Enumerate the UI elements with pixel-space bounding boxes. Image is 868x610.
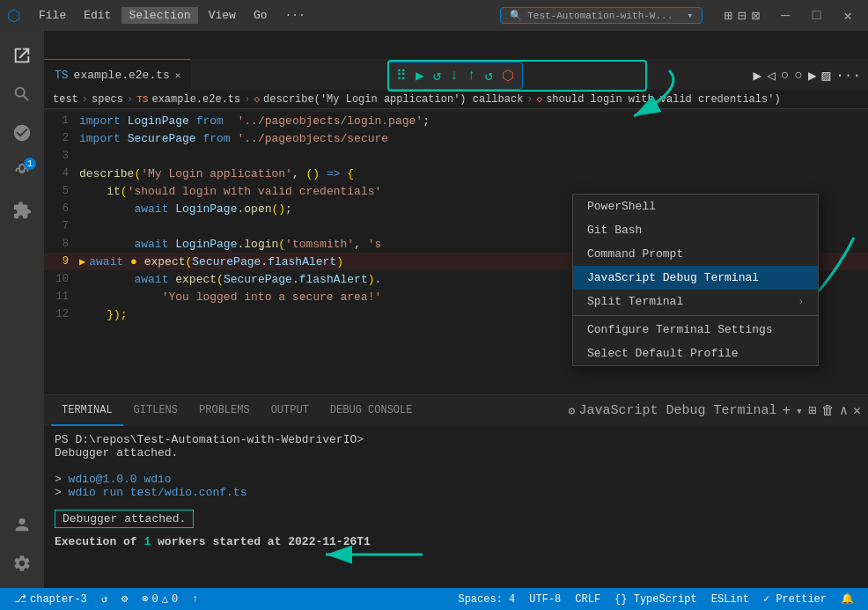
close-btn[interactable]: ✕ xyxy=(835,7,861,25)
menu-more[interactable]: ··· xyxy=(277,7,312,24)
run-circle-btn-2[interactable]: ○ xyxy=(794,68,803,84)
active-tab[interactable]: TS example.e2e.ts ✕ xyxy=(44,59,191,90)
gear-icon-small: ⚙ xyxy=(569,404,576,418)
tab-debug-console[interactable]: DEBUG CONSOLE xyxy=(320,395,423,426)
bc-filename[interactable]: example.e2e.ts xyxy=(151,93,240,106)
debug-grid-icon[interactable]: ⠿ xyxy=(394,67,409,85)
terminal-execution-line: Execution of 1 workers started at 2022-1… xyxy=(55,535,857,548)
bc-it-icon: ◇ xyxy=(537,93,543,105)
debug-continue-btn[interactable]: ▶ xyxy=(413,67,427,85)
activity-account[interactable] xyxy=(4,507,40,542)
layout-icon-2[interactable]: ⊟ xyxy=(738,7,747,25)
tab-close-icon[interactable]: ✕ xyxy=(175,70,181,81)
restore-btn[interactable]: □ xyxy=(804,8,830,24)
debug-step-over-btn[interactable]: ↓ xyxy=(447,68,461,84)
menu-edit[interactable]: Edit xyxy=(77,7,118,24)
bc-describe[interactable]: describe('My Login application') callbac… xyxy=(263,93,523,106)
warning-count: 0 xyxy=(172,593,178,606)
status-notification[interactable]: 🔔 xyxy=(834,588,861,610)
menu-powershell[interactable]: PowerShell xyxy=(573,195,818,218)
terminal-add-btn[interactable]: + xyxy=(782,403,791,419)
branch-name: chapter-3 xyxy=(30,593,87,606)
activity-bottom xyxy=(4,507,40,581)
status-eol[interactable]: CRLF xyxy=(568,588,607,610)
terminal-line-2: Debugger attached. xyxy=(55,446,857,459)
bc-ts-icon: TS xyxy=(136,94,148,105)
status-sync[interactable]: ↺ xyxy=(94,588,114,610)
run-layout-btn[interactable]: ▨ xyxy=(822,67,831,85)
status-spaces[interactable]: Spaces: 4 xyxy=(451,588,522,610)
run-back-btn[interactable]: ◁ xyxy=(767,67,776,85)
status-gear[interactable]: ⚙ xyxy=(114,588,135,610)
error-icon: ⊗ xyxy=(142,592,148,606)
menu-js-debug-terminal[interactable]: JavaScript Debug Terminal xyxy=(573,266,818,290)
status-branch[interactable]: ⎇ chapter-3 xyxy=(7,588,94,610)
terminal-tab-right: ⚙ JavaScript Debug Terminal + ▾ ⊞ 🗑 ∧ ✕ xyxy=(569,402,861,419)
terminal-dropdown-btn[interactable]: ▾ xyxy=(796,404,803,418)
terminal-line-5: > wdio run test/wdio.conf.ts xyxy=(55,486,857,499)
activity-extensions[interactable] xyxy=(4,193,40,228)
status-encoding[interactable]: UTF-8 xyxy=(522,588,568,610)
dropdown-arrow: ▾ xyxy=(688,10,694,21)
activity-git[interactable] xyxy=(4,115,40,151)
terminal-split-btn[interactable]: ⊞ xyxy=(808,402,816,419)
status-upload[interactable]: ↑ xyxy=(185,588,205,610)
terminal-trash-btn[interactable]: 🗑 xyxy=(821,403,835,419)
run-play-btn[interactable]: ▶ xyxy=(753,67,761,85)
debug-run-toolbar: ▶ ◁ ○ ○ ▶ ▨ ··· xyxy=(746,62,868,90)
terminal-chevron-up[interactable]: ∧ xyxy=(840,402,848,419)
bc-it[interactable]: should login with valid credentials') xyxy=(546,93,780,106)
layout-icon-1[interactable]: ⊞ xyxy=(724,7,732,25)
activity-search[interactable] xyxy=(4,77,40,112)
debug-step-back-btn[interactable]: ↺ xyxy=(482,67,497,85)
status-eslint[interactable]: ESLint xyxy=(704,588,756,610)
title-search[interactable]: 🔍 Test-Automation-with-W... ▾ xyxy=(500,7,702,24)
tab-gitlens[interactable]: GITLENS xyxy=(123,395,188,426)
status-language[interactable]: {} TypeScript xyxy=(607,588,704,610)
menu-go[interactable]: Go xyxy=(246,7,275,24)
terminal-debugger-box: Debugger attached. xyxy=(55,504,857,528)
tab-terminal[interactable]: TERMINAL xyxy=(51,395,123,426)
notification-icon: 🔔 xyxy=(841,592,854,606)
language-label: {} TypeScript xyxy=(614,593,697,606)
context-menu: PowerShell Git Bash Command Prompt JavaS… xyxy=(572,194,819,366)
run-more-btn[interactable]: ··· xyxy=(835,68,861,84)
menu-separator xyxy=(573,315,818,316)
status-bar: ⎇ chapter-3 ↺ ⚙ ⊗ 0 △ 0 ↑ Spaces: 4 UTF-… xyxy=(0,588,868,610)
bc-specs[interactable]: specs xyxy=(92,93,123,106)
code-line-3: 3 xyxy=(44,147,868,165)
debug-restart-btn[interactable]: ↺ xyxy=(430,67,445,85)
menu-view[interactable]: View xyxy=(202,7,243,24)
status-prettier[interactable]: ✓ Prettier xyxy=(756,588,834,610)
spaces-label: Spaces: 4 xyxy=(458,593,515,606)
terminal-close-btn[interactable]: ✕ xyxy=(853,402,861,419)
debug-toolbar: ⠿ ▶ ↺ ↓ ↑ ↺ ⬡ xyxy=(387,62,523,90)
bc-test[interactable]: test xyxy=(53,93,78,106)
menu-configure-terminal[interactable]: Configure Terminal Settings xyxy=(573,318,818,342)
code-line-2: 2 import SecurePage from '../pageobjects… xyxy=(44,129,868,147)
status-errors[interactable]: ⊗ 0 △ 0 xyxy=(135,588,185,610)
terminal-line-3 xyxy=(55,459,857,473)
menu-split-terminal[interactable]: Split Terminal › xyxy=(573,290,818,313)
menu-default-profile[interactable]: Select Default Profile xyxy=(573,342,818,365)
minimize-btn[interactable]: ― xyxy=(772,8,798,24)
run-circle-btn-1[interactable]: ○ xyxy=(781,68,790,84)
tab-problems[interactable]: PROBLEMS xyxy=(188,395,261,426)
submenu-arrow-icon: › xyxy=(798,297,804,307)
menu-cmd[interactable]: Command Prompt xyxy=(573,242,818,266)
debug-step-out-btn[interactable]: ↑ xyxy=(465,68,479,84)
menu-gitbash[interactable]: Git Bash xyxy=(573,218,818,242)
debug-disconnect-btn[interactable]: ⬡ xyxy=(499,67,517,85)
tab-output[interactable]: OUTPUT xyxy=(261,395,320,426)
tab-ts-icon: TS xyxy=(55,69,69,82)
activity-explorer[interactable] xyxy=(4,38,40,73)
run-play-btn-2[interactable]: ▶ xyxy=(808,67,817,85)
code-line-1: 1 import LoginPage from '../pageobjects/… xyxy=(44,112,868,129)
eslint-label: ESLint xyxy=(711,593,749,606)
activity-debug[interactable]: 1 xyxy=(4,154,40,189)
activity-settings[interactable] xyxy=(4,546,40,581)
encoding-label: UTF-8 xyxy=(529,593,561,606)
layout-icon-3[interactable]: ⊠ xyxy=(752,7,761,25)
menu-selection[interactable]: Selection xyxy=(121,7,197,24)
menu-file[interactable]: File xyxy=(32,7,73,24)
